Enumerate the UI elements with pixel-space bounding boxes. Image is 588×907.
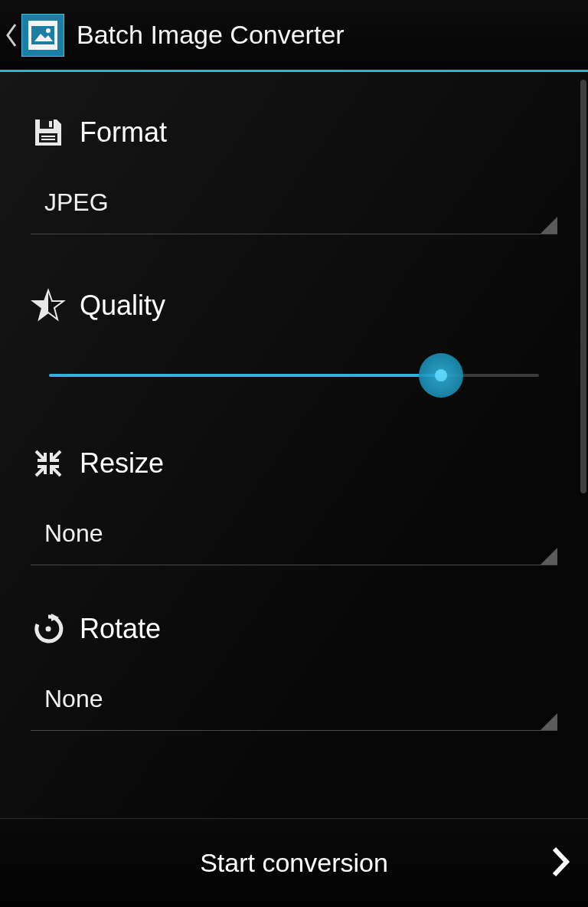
- collapse-icon: [31, 446, 66, 481]
- action-bar: Batch Image Converter: [0, 0, 588, 72]
- rotate-value: None: [44, 685, 103, 712]
- svg-rect-6: [41, 136, 55, 137]
- rotate-spinner[interactable]: None: [31, 670, 557, 731]
- section-quality: Quality: [31, 288, 557, 423]
- svg-rect-5: [39, 133, 57, 142]
- section-header-resize: Resize: [31, 446, 557, 481]
- chevron-right-icon: [550, 844, 571, 882]
- back-button[interactable]: [5, 21, 18, 49]
- settings-scroll[interactable]: Format JPEG Quality: [0, 72, 588, 818]
- content-area: Format JPEG Quality: [0, 72, 588, 907]
- svg-point-2: [46, 28, 51, 33]
- quality-title-label: Quality: [80, 290, 165, 322]
- slider-fill: [49, 374, 441, 377]
- svg-point-9: [46, 627, 51, 632]
- image-icon: [31, 26, 54, 44]
- section-header-format: Format: [31, 115, 557, 150]
- rotate-icon: [31, 611, 66, 647]
- svg-rect-4: [49, 121, 52, 127]
- slider-thumb-dot: [435, 369, 447, 381]
- format-value: JPEG: [44, 188, 109, 216]
- section-resize: Resize None: [31, 446, 557, 565]
- scrollbar[interactable]: [580, 80, 586, 493]
- start-conversion-label: Start conversion: [200, 848, 388, 878]
- svg-rect-0: [31, 26, 54, 44]
- star-half-icon: [31, 288, 66, 323]
- section-format: Format JPEG: [31, 115, 557, 234]
- slider-track: [49, 374, 539, 377]
- app-title: Batch Image Converter: [77, 20, 345, 50]
- section-header-quality: Quality: [31, 288, 557, 323]
- format-title-label: Format: [80, 116, 167, 149]
- section-header-rotate: Rotate: [31, 611, 557, 647]
- app-root: Batch Image Converter: [0, 0, 588, 907]
- start-conversion-button[interactable]: Start conversion: [0, 818, 588, 907]
- section-rotate: Rotate None: [31, 611, 557, 731]
- resize-spinner[interactable]: None: [31, 504, 557, 565]
- format-spinner[interactable]: JPEG: [31, 173, 557, 234]
- chevron-left-icon: [5, 21, 18, 49]
- app-icon[interactable]: [21, 14, 64, 57]
- resize-value: None: [44, 519, 103, 547]
- rotate-title-label: Rotate: [80, 613, 161, 645]
- resize-title-label: Resize: [80, 447, 164, 480]
- svg-rect-7: [41, 139, 55, 140]
- save-icon: [31, 115, 66, 150]
- quality-slider[interactable]: [31, 346, 557, 423]
